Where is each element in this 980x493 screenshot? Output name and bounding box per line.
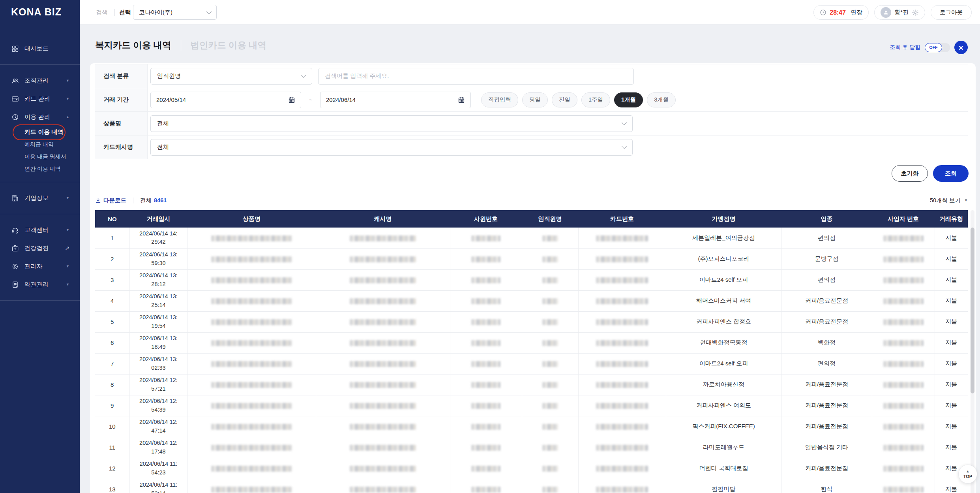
sidebar-item-org[interactable]: 조직관리▼ <box>0 72 80 90</box>
gear-icon[interactable] <box>912 9 919 16</box>
table-body: 12024/06/14 14:29:42세븐일레븐_여의금강점편의점지불2202… <box>95 228 968 493</box>
redacted-blur <box>883 466 924 472</box>
redacted-blur <box>542 340 558 346</box>
cell-redacted <box>187 374 316 395</box>
cash-select[interactable]: 전체 <box>150 139 633 156</box>
topbar-search-tab[interactable]: 검색 <box>96 9 108 16</box>
sidebar-item-support[interactable]: 고객센터▼ <box>0 221 80 239</box>
table-header-row: NO거래일시상품명캐시명사원번호임직원명카드번호가맹점명업종사업자 번호거래유형 <box>95 210 968 228</box>
close-after-search-toggle[interactable]: OFF <box>925 43 950 52</box>
column-header-2: 상품명 <box>187 210 316 228</box>
redacted-blur <box>596 403 648 409</box>
redacted-blur <box>883 361 924 367</box>
period-pill-1[interactable]: 당일 <box>522 92 548 107</box>
cell-datetime: 2024/06/14 13:59:30 <box>129 248 187 269</box>
column-header-5: 임직원명 <box>522 210 578 228</box>
period-pill-4[interactable]: 1개월 <box>614 92 643 107</box>
sidebar-item-admin[interactable]: 관리자▼ <box>0 257 80 275</box>
page-size-select[interactable]: 50개씩 보기 ▼ <box>930 197 968 204</box>
period-to-input[interactable]: 2024/06/14 <box>320 92 471 108</box>
list-header: 다운로드 전체 8461 50개씩 보기 ▼ <box>95 194 968 206</box>
cell-merchant: 이마트24 self 오피 <box>666 269 781 290</box>
topbar-right: 28:47 연장 황*진 로그아웃 <box>813 5 972 20</box>
sidebar-item-deposit[interactable]: 예치금 내역 <box>0 138 80 151</box>
cell-redacted <box>450 290 522 311</box>
cell-redacted <box>522 269 578 290</box>
table-row: 22024/06/14 13:59:30(주)오피스디포코리문방구점지불 <box>95 248 968 269</box>
tab-welfare-card[interactable]: 복지카드 이용 내역 <box>95 39 171 51</box>
redacted-blur <box>471 319 500 325</box>
period-pill-0[interactable]: 직접입력 <box>481 92 518 107</box>
cell-redacted <box>316 228 450 248</box>
sidebar-divider <box>0 214 80 214</box>
topbar-select-tab[interactable]: 선택 <box>119 9 131 16</box>
redacted-blur <box>350 340 416 346</box>
chevron-down-icon: ▼ <box>66 97 69 101</box>
redacted-blur <box>211 235 292 241</box>
search-keyword-input[interactable]: 검색어를 입력해 주세요. <box>318 68 634 85</box>
tab-corporate-card[interactable]: 법인카드 이용 내역 <box>191 39 267 51</box>
filter-panel: 검색 분류 임직원명 검색어를 입력해 주세요. 거래 기간 2024/05/1… <box>95 64 968 159</box>
period-pill-5[interactable]: 3개월 <box>647 92 676 107</box>
logout-button[interactable]: 로그아웃 <box>931 5 972 20</box>
sidebar-item-terms[interactable]: 약관관리▼ <box>0 275 80 294</box>
sidebar-item-statement[interactable]: 이용 대금 명세서 <box>0 151 80 163</box>
redacted-blur <box>471 487 500 493</box>
reset-button[interactable]: 초기화 <box>892 165 928 182</box>
redacted-blur <box>471 256 500 262</box>
redacted-blur <box>542 298 558 304</box>
cell-category: 커피/음료전문점 <box>781 416 872 437</box>
company-select[interactable]: 코나아이(주) <box>133 5 217 20</box>
period-from-value: 2024/05/14 <box>156 96 186 103</box>
redacted-blur <box>542 424 558 430</box>
cell-redacted <box>316 311 450 332</box>
period-pill-2[interactable]: 전일 <box>552 92 577 107</box>
sidebar-item-card[interactable]: 카드 관리▼ <box>0 90 80 108</box>
sidebar-item-dashboard[interactable]: 대시보드 <box>0 40 80 58</box>
chevron-down-icon <box>622 144 627 149</box>
redacted-blur <box>211 403 292 409</box>
cell-datetime: 2024/06/14 11:54:23 <box>129 458 187 479</box>
period-pill-3[interactable]: 1주일 <box>581 92 610 107</box>
table-row: 62024/06/14 13:18:49현대백화점목동점백화점지불 <box>95 332 968 353</box>
cell-redacted <box>522 290 578 311</box>
sidebar-item-label: 이용 대금 명세서 <box>24 153 66 160</box>
redacted-blur <box>542 277 558 283</box>
search-category-value: 임직원명 <box>157 72 181 80</box>
column-header-9: 사업자 번호 <box>872 210 935 228</box>
cell-redacted <box>450 416 522 437</box>
brand-logo[interactable]: KONA BIZ <box>11 6 62 18</box>
sidebar-item-health[interactable]: 건강검진↗ <box>0 239 80 257</box>
cell-no: 13 <box>95 479 129 493</box>
close-panel-button[interactable]: × <box>954 41 968 54</box>
period-from-input[interactable]: 2024/05/14 <box>150 92 301 108</box>
redacted-blur <box>596 256 648 262</box>
scroll-top-button[interactable]: ▲ TOP <box>958 465 977 484</box>
redacted-blur <box>883 277 924 283</box>
cell-redacted <box>450 395 522 416</box>
cell-type: 지불 <box>935 374 968 395</box>
sidebar-item-company-info[interactable]: 기업정보▼ <box>0 189 80 207</box>
table-row: 42024/06/14 13:25:14해머스미스커피 서여커피/음료전문점지불 <box>95 290 968 311</box>
cell-datetime: 2024/06/14 12:17:48 <box>129 437 187 458</box>
search-category-select[interactable]: 임직원명 <box>150 68 312 85</box>
redacted-blur <box>350 445 416 451</box>
cell-redacted <box>872 248 935 269</box>
extend-session-button[interactable]: 연장 <box>851 9 862 16</box>
cell-category: 편의점 <box>781 228 872 248</box>
cell-datetime: 2024/06/14 12:47:14 <box>129 416 187 437</box>
cell-category: 편의점 <box>781 269 872 290</box>
sidebar-item-usage[interactable]: 이용 관리▲ <box>0 108 80 126</box>
redacted-blur <box>542 487 558 493</box>
cell-redacted <box>187 269 316 290</box>
sidebar-item-annual[interactable]: 연간 이용 내역 <box>0 163 80 175</box>
product-select[interactable]: 전체 <box>150 115 633 132</box>
search-button[interactable]: 조회 <box>933 165 969 182</box>
cell-redacted <box>187 248 316 269</box>
page-size-value: 50개씩 보기 <box>930 197 961 204</box>
search-category-label: 검색 분류 <box>95 64 148 88</box>
cell-no: 6 <box>95 332 129 353</box>
sidebar-item-card-usage[interactable]: 카드 이용 내역 <box>0 126 80 138</box>
table-scrollbar-thumb[interactable] <box>971 228 974 393</box>
download-button[interactable]: 다운로드 <box>95 197 126 204</box>
